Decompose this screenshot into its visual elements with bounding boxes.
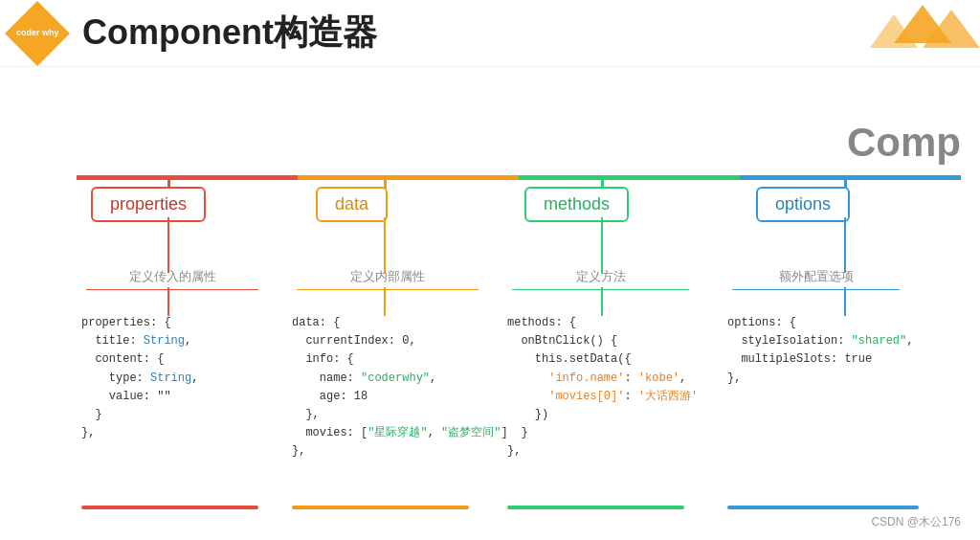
vline2-data <box>384 217 386 273</box>
box-methods: methods <box>524 187 629 222</box>
footer-credit: CSDN @木公176 <box>871 514 961 530</box>
vline3-methods <box>601 287 603 316</box>
vline3-options <box>844 287 846 316</box>
horizontal-bar <box>77 175 961 180</box>
code-methods: methods: { onBtnClick() { this.setData({… <box>507 314 698 461</box>
bottom-line-data <box>292 506 469 509</box>
bottom-line-options <box>727 506 919 509</box>
decorative-mountains <box>865 0 980 53</box>
bottom-line-properties <box>81 506 258 509</box>
code-options: options: { styleIsolation: "shared", mul… <box>727 314 913 388</box>
logo: coder why <box>5 1 70 66</box>
vline2-properties <box>167 217 169 273</box>
box-data: data <box>316 187 388 222</box>
logo-text: coder why <box>16 29 59 38</box>
header: coder why Component构造器 <box>0 0 980 67</box>
sublabel-options: 额外配置选项 <box>732 268 900 290</box>
sublabel-properties: 定义传入的属性 <box>86 268 258 290</box>
sublabel-data: 定义内部属性 <box>297 268 479 290</box>
box-properties: properties <box>91 187 206 222</box>
main-content: Comp properties data methods options 定义传… <box>0 67 980 538</box>
page-title: Component构造器 <box>82 10 377 56</box>
code-properties: properties: { title: String, content: { … <box>81 314 198 442</box>
comp-label: Comp <box>847 120 961 166</box>
bottom-line-methods <box>507 506 684 509</box>
vline2-methods <box>601 217 603 273</box>
vline3-data <box>384 287 386 316</box>
box-options: options <box>756 187 850 222</box>
vline3-properties <box>167 287 169 316</box>
vline2-options <box>844 217 846 273</box>
code-data: data: { currentIndex: 0, info: { name: "… <box>292 314 508 461</box>
